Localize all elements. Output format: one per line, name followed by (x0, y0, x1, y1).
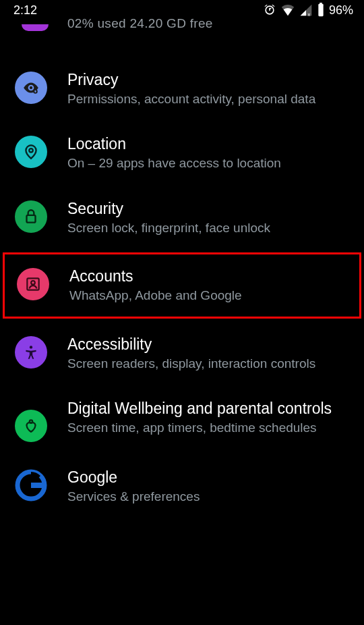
settings-item-wellbeing[interactable]: Digital Wellbeing and parental controls … (0, 385, 364, 456)
item-subtitle: Permissions, account activity, personal … (67, 91, 351, 108)
security-icon (15, 200, 47, 233)
accounts-icon (17, 268, 49, 300)
item-title: Digital Wellbeing and parental controls (67, 399, 351, 418)
settings-text: Security Screen lock, fingerprint, face … (67, 199, 351, 236)
signal-icon: x (299, 3, 313, 17)
item-subtitle: Screen readers, display, interaction con… (67, 356, 351, 373)
status-time: 2:12 (13, 3, 37, 18)
item-title: Privacy (67, 70, 351, 90)
svg-point-3 (30, 86, 32, 89)
settings-item-accessibility[interactable]: Accessibility Screen readers, display, i… (0, 321, 364, 385)
settings-list: Privacy Permissions, account activity, p… (0, 57, 364, 518)
item-subtitle: Screen time, app timers, bedtime schedul… (67, 420, 351, 437)
storage-subtitle-partial: 02% used 24.20 GD free (0, 16, 364, 31)
settings-item-location[interactable]: Location On – 29 apps have access to loc… (0, 121, 364, 185)
item-subtitle: Screen lock, fingerprint, face unlock (67, 220, 351, 237)
item-title: Security (67, 199, 351, 219)
wifi-icon (280, 3, 295, 18)
settings-text: Digital Wellbeing and parental controls … (67, 399, 351, 436)
battery-percent: 96% (329, 3, 353, 18)
item-title: Accounts (69, 267, 347, 286)
settings-text: Accounts WhatsApp, Adobe and Google (69, 267, 347, 304)
accessibility-icon (15, 336, 47, 369)
svg-point-10 (30, 346, 32, 348)
svg-rect-13 (31, 483, 46, 488)
settings-item-accounts[interactable]: Accounts WhatsApp, Adobe and Google (3, 252, 361, 318)
settings-text: Privacy Permissions, account activity, p… (67, 70, 351, 107)
item-title: Accessibility (67, 335, 351, 354)
settings-text: Google Services & preferences (67, 468, 351, 505)
alarm-icon (263, 3, 276, 17)
wellbeing-icon (15, 410, 47, 442)
svg-rect-5 (34, 90, 36, 92)
svg-point-9 (31, 281, 35, 285)
location-icon (15, 136, 47, 168)
svg-text:x: x (307, 11, 310, 17)
status-icons: x 96% (263, 3, 353, 18)
svg-rect-7 (27, 215, 36, 223)
battery-icon (317, 3, 325, 18)
item-title: Google (67, 468, 351, 487)
item-subtitle: On – 29 apps have access to location (67, 155, 351, 172)
google-icon (15, 469, 47, 501)
svg-rect-2 (320, 3, 322, 4)
privacy-icon (15, 72, 47, 104)
item-subtitle: WhatsApp, Adobe and Google (69, 288, 347, 304)
settings-text: Location On – 29 apps have access to loc… (67, 134, 351, 171)
item-title: Location (67, 134, 351, 154)
settings-text: Accessibility Screen readers, display, i… (67, 335, 351, 372)
svg-point-6 (29, 149, 32, 153)
settings-item-security[interactable]: Security Screen lock, fingerprint, face … (0, 186, 364, 250)
settings-item-google[interactable]: Google Services & preferences (0, 456, 364, 517)
item-subtitle: Services & preferences (67, 489, 351, 506)
svg-rect-1 (318, 4, 323, 16)
storage-icon-partial (22, 24, 49, 31)
settings-item-privacy[interactable]: Privacy Permissions, account activity, p… (0, 57, 364, 121)
